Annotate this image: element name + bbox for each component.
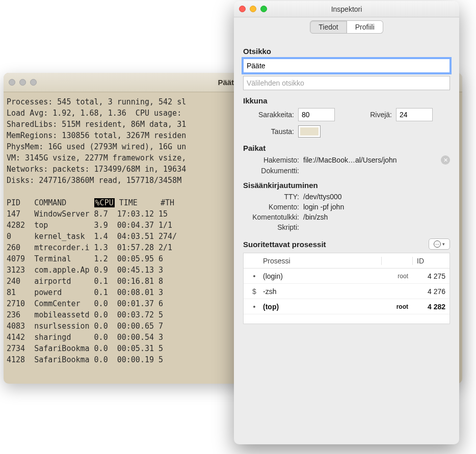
close-icon[interactable] [9,79,15,86]
table-row[interactable]: •(login)root4 275 [244,269,449,284]
table-row[interactable]: $-zsh4 276 [244,284,449,299]
processes-table-head[interactable]: Prosessi ID [244,253,449,269]
process-id: 4 282 [412,303,445,311]
tab-profile[interactable]: Profiili [347,20,383,34]
zoom-icon[interactable] [30,79,37,86]
row-bullet: • [248,272,261,280]
shell-label: Komentotulkki: [243,213,299,221]
process-id: 4 275 [412,272,445,280]
background-label: Tausta: [243,127,294,136]
columns-input[interactable] [298,108,335,121]
chevron-down-icon: ▾ [442,242,445,247]
tab-title-input[interactable] [243,76,450,90]
tty-value: /dev/ttys000 [303,193,446,201]
process-name: -zsh [261,287,382,296]
section-title-heading: Otsikko [243,47,450,56]
section-login-heading: Sisäänkirjautuminen [243,181,450,190]
shell-value: /bin/zsh [303,213,446,221]
processes-table: Prosessi ID •(login)root4 275$-zsh4 276•… [243,253,450,324]
rows-label: Rivejä: [356,111,392,119]
inspector-title: Inspektori [234,5,459,13]
directory-label: Hakemisto: [243,156,299,164]
col-header-id[interactable]: ID [412,257,445,265]
script-label: Skripti: [243,223,299,231]
inspector-window: Inspektori Tiedot Profiili Otsikko Ikkun… [234,1,459,444]
clear-directory-icon[interactable]: ✕ [441,155,450,165]
inspector-titlebar[interactable]: Inspektori [234,1,459,17]
col-header-process[interactable]: Prosessi [261,257,382,265]
minimize-icon[interactable] [19,79,26,86]
minimize-icon[interactable] [250,6,256,12]
section-processes-heading: Suoritettavat prosessit [243,240,326,249]
process-user: root [382,273,412,280]
tty-label: TTY: [243,193,299,201]
inspector-content: Otsikko Ikkuna Sarakkeita: Rivejä: Taust… [234,37,459,444]
close-icon[interactable] [239,6,246,12]
background-color-well[interactable] [298,125,321,138]
table-row[interactable]: •(top)root4 282 [244,299,449,314]
rows-input[interactable] [396,108,433,121]
columns-label: Sarakkeita: [243,111,294,119]
process-name: (login) [261,272,382,280]
processes-more-button[interactable]: ⋯ ▾ [429,238,450,250]
zoom-icon[interactable] [260,6,267,12]
tab-info[interactable]: Tiedot [310,20,347,34]
command-value: login -pf john [303,203,446,211]
command-label: Komento: [243,203,299,211]
section-places-heading: Paikat [243,144,450,152]
inspector-tabs: Tiedot Profiili [234,17,459,37]
process-user: root [382,303,412,310]
title-input[interactable] [243,59,450,73]
inspector-traffic-lights [239,6,267,12]
document-label: Dokumentti: [243,167,299,175]
process-id: 4 276 [412,287,445,296]
row-bullet: • [248,303,261,311]
process-name: (top) [261,303,382,311]
ellipsis-icon: ⋯ [434,241,441,248]
directory-value: file://MacBook…al/Users/john [303,156,437,164]
section-window-heading: Ikkuna [243,96,450,105]
terminal-traffic-lights [9,79,37,86]
row-bullet: $ [248,287,261,296]
